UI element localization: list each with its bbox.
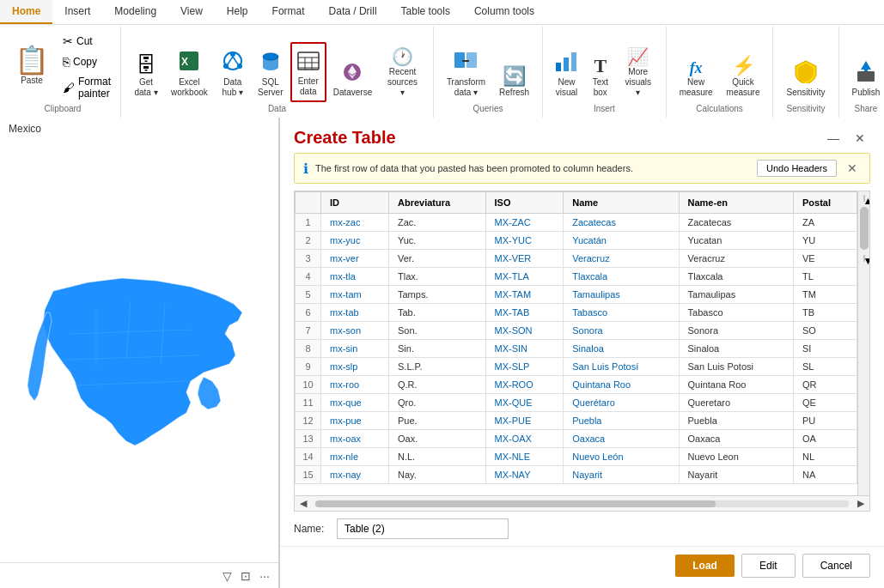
cell-postal: ZA [793, 214, 857, 232]
publish-label: Publish [852, 88, 881, 98]
undo-headers-button[interactable]: Undo Headers [757, 160, 837, 177]
map-panel: Mexico [0, 118, 279, 588]
new-visual-button[interactable]: Newvisual [550, 42, 583, 102]
publish-button[interactable]: Publish [846, 42, 885, 102]
dialog-minimize-button[interactable]: — [822, 130, 844, 147]
cell-name: Querétaro [564, 394, 679, 412]
cell-iso: MX-TAB [485, 304, 564, 322]
text-box-label: Textbox [593, 77, 608, 98]
svg-line-7 [233, 57, 238, 64]
sensitivity-button[interactable]: Sensitivity [780, 42, 831, 102]
more-options-icon[interactable]: ··· [259, 569, 270, 583]
svg-point-3 [230, 52, 235, 57]
cell-nameen: Queretaro [679, 394, 793, 412]
recent-sources-label: Recentsources ▾ [385, 67, 420, 98]
ribbon-group-insert: Newvisual T Textbox 📈 Morevisuals ▾ Inse… [543, 27, 667, 118]
cell-abr: Yuc. [389, 232, 486, 250]
tab-view[interactable]: View [168, 0, 215, 24]
cell-id: mx-sin [321, 340, 389, 358]
horizontal-scrollbar[interactable]: ◀ ▶ [294, 496, 870, 512]
format-painter-button[interactable]: 🖌 Format painter [58, 73, 115, 102]
cell-rownum: 4 [296, 268, 321, 286]
scroll-left-button[interactable]: ◀ [295, 498, 312, 509]
tab-table-tools[interactable]: Table tools [389, 0, 462, 24]
cancel-button[interactable]: Cancel [802, 554, 870, 578]
dialog-window-controls: — ✕ [822, 130, 870, 147]
cell-nameen: Tabasco [679, 304, 793, 322]
info-banner-close-button[interactable]: ✕ [844, 161, 861, 175]
map-resize-right[interactable] [275, 118, 278, 588]
table-scroll[interactable]: ID Abreviatura ISO Name Name-en Postal 1… [295, 191, 857, 495]
more-visuals-icon: 📈 [627, 48, 649, 65]
cell-id: mx-son [321, 322, 389, 340]
cell-id: mx-zac [321, 214, 389, 232]
data-hub-button[interactable]: Datahub ▾ [215, 42, 251, 102]
cell-nameen: Oaxaca [679, 430, 793, 448]
dataverse-button[interactable]: Dataverse [328, 42, 377, 102]
tab-column-tools[interactable]: Column tools [462, 0, 546, 24]
data-group-label: Data [128, 102, 426, 116]
cell-iso: MX-SLP [485, 358, 564, 376]
name-input[interactable] [337, 518, 509, 539]
text-box-button[interactable]: T Textbox [585, 42, 616, 102]
publish-icon [854, 59, 878, 86]
scroll-thumb-h[interactable] [315, 500, 716, 507]
cell-abr: Tab. [389, 304, 486, 322]
tab-data-drill[interactable]: Data / Drill [317, 0, 389, 24]
table-header: ID Abreviatura ISO Name Name-en Postal [296, 192, 857, 214]
ribbon-group-data: 🗄 Getdata ▾ X Excelworkbook Datahub ▾ [121, 27, 434, 118]
scroll-thumb-v[interactable] [860, 207, 869, 250]
cut-button[interactable]: ✂ Cut [58, 32, 115, 51]
new-visual-icon [554, 49, 578, 76]
new-measure-button[interactable]: fx Newmeasure [674, 42, 719, 102]
enter-data-button[interactable]: Enterdata [290, 42, 326, 102]
scroll-arrow-up[interactable]: ▲ [863, 195, 865, 202]
tab-help[interactable]: Help [215, 0, 260, 24]
cell-iso: MX-TAM [485, 286, 564, 304]
sql-server-button[interactable]: SQLServer [253, 42, 289, 102]
refresh-button[interactable]: 🔄 Refresh [493, 42, 535, 102]
tab-format[interactable]: Format [260, 0, 317, 24]
recent-sources-button[interactable]: 🕐 Recentsources ▾ [379, 42, 426, 102]
more-visuals-button[interactable]: 📈 Morevisuals ▾ [618, 42, 659, 102]
transform-data-button[interactable]: Transformdata ▾ [441, 42, 491, 102]
vertical-scrollbar[interactable]: ▲ ▼ [857, 191, 869, 495]
get-data-button[interactable]: 🗄 Getdata ▾ [128, 42, 164, 102]
paste-label: Paste [21, 76, 43, 85]
map-container [0, 140, 278, 588]
cell-name: Tlaxcala [564, 268, 679, 286]
ribbon-group-share: Publish Share [839, 27, 885, 118]
scroll-arrow-down[interactable]: ▼ [863, 255, 865, 262]
cell-rownum: 12 [296, 412, 321, 430]
excel-workbook-button[interactable]: X Excelworkbook [166, 42, 213, 102]
cell-nameen: Nayarit [679, 466, 793, 484]
tab-insert[interactable]: Insert [52, 0, 102, 24]
tab-home[interactable]: Home [0, 0, 52, 24]
scroll-right-button[interactable]: ▶ [852, 498, 869, 509]
focus-icon[interactable]: ⊡ [241, 569, 251, 583]
cell-id: mx-pue [321, 412, 389, 430]
svg-line-6 [228, 57, 233, 64]
cell-id: mx-roo [321, 376, 389, 394]
dialog-close-button[interactable]: ✕ [850, 130, 870, 147]
load-button[interactable]: Load [675, 555, 735, 577]
copy-label: Copy [73, 56, 97, 68]
map-resize-handle[interactable] [0, 563, 7, 588]
cell-nameen: Quintana Roo [679, 376, 793, 394]
table-row: 11 mx-que Qro. MX-QUE Querétaro Queretar… [296, 394, 857, 412]
tab-modeling[interactable]: Modeling [102, 0, 168, 24]
paste-button[interactable]: 📋 Paste [10, 28, 58, 102]
cell-id: mx-nay [321, 466, 389, 484]
cell-abr: Son. [389, 322, 486, 340]
quick-measure-icon: ⚡ [732, 57, 755, 76]
filter-icon[interactable]: ▽ [223, 569, 232, 583]
cell-name: Nayarit [564, 466, 679, 484]
copy-button[interactable]: ⎘ Copy [58, 52, 115, 71]
quick-measure-button[interactable]: ⚡ Quickmeasure [721, 42, 766, 102]
edit-button[interactable]: Edit [741, 554, 796, 578]
map-resize-top[interactable] [0, 118, 278, 123]
cell-postal: SL [793, 358, 857, 376]
cell-name: San Luis Potosí [564, 358, 679, 376]
cell-abr: Qro. [389, 394, 486, 412]
cell-id: mx-tab [321, 304, 389, 322]
